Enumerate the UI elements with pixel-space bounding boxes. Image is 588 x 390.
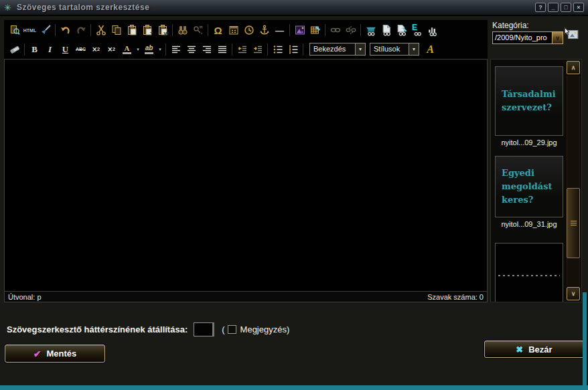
titlebar[interactable]: ✳ Szöveges tartalom szerkesztése ? _ □ × xyxy=(0,0,588,16)
find-icon[interactable] xyxy=(175,23,190,37)
editor-frame: Útvonal: p Szavak száma: 0 xyxy=(4,59,488,302)
megjegyzes-checkbox[interactable] xyxy=(228,325,236,334)
indent-icon[interactable] xyxy=(250,42,265,56)
superscript-icon[interactable]: ×2 xyxy=(104,42,119,56)
cut-icon[interactable] xyxy=(93,23,108,37)
paragraph-format-select[interactable]: Bekezdés▾ xyxy=(309,43,366,56)
underline-icon[interactable]: U xyxy=(58,42,73,56)
highlight-color-letters: ab xyxy=(145,45,153,52)
unlink-icon[interactable] xyxy=(343,23,358,37)
remove-format-eraser-icon[interactable] xyxy=(7,42,22,56)
document-edit-link-icon[interactable] xyxy=(394,23,409,37)
align-justify-icon[interactable] xyxy=(214,42,230,56)
toolbar-separator xyxy=(289,24,290,36)
save-button[interactable]: ✔ Mentés xyxy=(5,345,105,363)
paragraph-format-dropdown-icon[interactable]: ▾ xyxy=(355,43,365,55)
insert-image-icon[interactable] xyxy=(563,27,579,41)
insert-image-tree-icon[interactable] xyxy=(292,23,307,37)
close-button[interactable]: × xyxy=(573,3,584,12)
thumbnail-image-line xyxy=(498,275,560,276)
styles-value: Stílusok xyxy=(370,43,409,55)
toolbar-separator xyxy=(24,43,25,56)
thumbnail-image-text: Társadalmi szervezet? xyxy=(502,88,560,114)
teal-bottom-border xyxy=(0,385,588,390)
bullet-list-icon[interactable] xyxy=(270,42,285,56)
italic-icon[interactable]: I xyxy=(42,42,58,56)
toolbar-separator xyxy=(208,24,208,36)
rich-text-editor-canvas[interactable] xyxy=(5,60,487,291)
thumbnail-item[interactable] xyxy=(495,243,563,302)
document-link-icon[interactable] xyxy=(378,23,394,37)
font-color-icon[interactable]: A xyxy=(119,42,135,56)
kategoria-select[interactable]: /2009/Nyito_pro ∨ xyxy=(492,31,563,44)
table-edit-icon[interactable] xyxy=(307,23,323,37)
paste-word-icon[interactable]: W xyxy=(155,23,170,37)
html-source-icon[interactable]: HTML xyxy=(22,23,38,37)
thumbnail-image[interactable] xyxy=(495,243,563,302)
maximize-button[interactable]: □ xyxy=(561,3,571,12)
thumbnail-image[interactable]: Társadalmi szervezet? xyxy=(495,66,563,136)
close-dialog-button[interactable]: ✖ Bezár xyxy=(484,340,584,358)
superscript-number: 2 xyxy=(113,46,115,52)
strikethrough-icon[interactable]: ABC xyxy=(73,42,88,56)
help-button[interactable]: ? xyxy=(535,3,546,12)
special-character-icon[interactable]: Ω xyxy=(210,23,226,37)
preview-icon[interactable] xyxy=(7,23,22,37)
insert-time-icon[interactable] xyxy=(241,23,256,37)
highlight-color-bar xyxy=(145,52,153,54)
toolbar-row-1: HTML T W Ω — xyxy=(4,20,488,40)
anchor-icon[interactable] xyxy=(256,23,272,37)
styles-dropdown-icon[interactable]: ▾ xyxy=(409,43,419,55)
kategoria-group: Kategória: /2009/Nyito_pro ∨ xyxy=(492,21,563,44)
paste-text-icon[interactable]: T xyxy=(139,23,155,37)
teal-right-border xyxy=(583,292,587,390)
toolbar-separator xyxy=(90,24,91,36)
scroll-up-icon[interactable]: ∧ xyxy=(567,61,580,74)
editor-statusbar: Útvonal: p Szavak száma: 0 xyxy=(5,291,487,302)
align-left-icon[interactable] xyxy=(168,42,183,56)
bold-icon[interactable]: B xyxy=(27,42,42,56)
link-icon[interactable] xyxy=(327,23,343,37)
paste-icon[interactable] xyxy=(124,23,139,37)
align-center-icon[interactable] xyxy=(183,42,199,56)
cleanup-brush-icon[interactable] xyxy=(38,23,53,37)
thumbnail-item[interactable]: Egyedi megoldást keres? nyitol...09_31.j… xyxy=(495,156,563,230)
thumbnail-image[interactable]: Egyedi megoldást keres? xyxy=(495,156,563,217)
scroll-down-icon[interactable]: ∨ xyxy=(567,287,580,300)
editor-bg-color-row: Szövegszerkesztő háttérszínének átállítá… xyxy=(7,321,289,337)
font-color-dropdown-icon[interactable]: ▾ xyxy=(135,42,141,56)
insert-date-icon[interactable] xyxy=(226,23,241,37)
paragraph-format-value: Bekezdés xyxy=(310,43,355,55)
outdent-icon[interactable] xyxy=(234,42,250,56)
subscript-icon[interactable]: ×2 xyxy=(88,42,104,56)
minimize-button[interactable]: _ xyxy=(548,3,559,12)
align-right-icon[interactable] xyxy=(199,42,214,56)
scrollbar-grip xyxy=(571,225,577,225)
scrollbar-grip xyxy=(571,223,577,223)
numbered-list-icon[interactable] xyxy=(285,42,301,56)
chart-link-icon[interactable] xyxy=(425,23,440,37)
e-content-link-icon[interactable]: E xyxy=(409,23,425,37)
highlight-color-icon[interactable]: ab xyxy=(141,42,157,56)
undo-icon[interactable] xyxy=(58,23,73,37)
subscript-number: 2 xyxy=(97,46,100,52)
find-replace-icon[interactable] xyxy=(190,23,206,37)
thumbnail-item[interactable]: Társadalmi szervezet? nyitol...09_29.jpg xyxy=(495,66,563,149)
machine-link-icon[interactable] xyxy=(363,23,378,37)
redo-icon[interactable] xyxy=(73,23,88,37)
editor-shell: HTML T W Ω — xyxy=(4,20,488,302)
font-color-bar xyxy=(123,52,131,54)
kategoria-dropdown-icon[interactable]: ∨ xyxy=(552,31,563,44)
horizontal-rule-icon[interactable]: — xyxy=(272,23,287,37)
scrollbar-thumb[interactable] xyxy=(567,188,580,258)
highlight-color-dropdown-icon[interactable]: ▾ xyxy=(157,42,163,56)
toolbar-separator xyxy=(55,24,56,36)
font-styles-icon[interactable]: A xyxy=(423,42,438,56)
subscript-base: × xyxy=(92,45,97,54)
window-title: Szöveges tartalom szerkesztése xyxy=(17,3,149,12)
note-paren-open: ( xyxy=(222,324,224,334)
bg-color-swatch[interactable] xyxy=(194,322,214,336)
copy-icon[interactable] xyxy=(108,23,124,37)
styles-select[interactable]: Stílusok▾ xyxy=(370,43,419,56)
kategoria-value: /2009/Nyito_pro xyxy=(492,31,552,44)
